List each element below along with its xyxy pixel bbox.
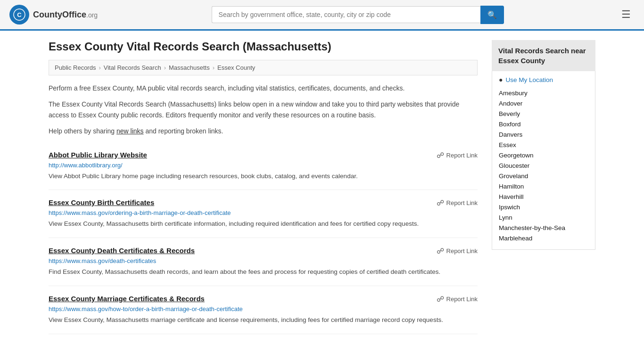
list-item: Manchester-by-the-Sea: [499, 224, 588, 231]
report-link[interactable]: ☍ Report Link: [437, 151, 478, 160]
result-desc: Find Essex County, Massachusetts death r…: [49, 267, 478, 277]
result-header: Essex County Death Certificates & Record…: [49, 247, 478, 255]
report-icon: ☍: [437, 151, 444, 160]
description-para3-suffix: and reporting broken links.: [144, 127, 223, 135]
sidebar-header: Vital Records Search near Essex County: [492, 40, 595, 71]
results-container: Abbot Public Library Website ☍ Report Li…: [49, 142, 478, 335]
use-my-location-label: Use My Location: [505, 76, 553, 83]
search-icon: 🔍: [487, 11, 497, 19]
sidebar-link[interactable]: Ipswich: [499, 204, 520, 211]
list-item: Beverly: [499, 110, 588, 117]
logo-text: CountyOffice.org: [33, 10, 98, 20]
list-item: Gloucester: [499, 162, 588, 169]
list-item: Lynn: [499, 214, 588, 221]
result-title[interactable]: Essex County Marriage Certificates & Rec…: [49, 295, 205, 303]
result-title[interactable]: Essex County Birth Certificates: [49, 198, 154, 206]
sidebar-content: ● Use My Location AmesburyAndoverBeverly…: [492, 71, 595, 250]
search-button[interactable]: 🔍: [480, 6, 504, 24]
breadcrumb: Public Records › Vital Records Search › …: [49, 60, 478, 75]
page-title: Essex County Vital Records Search (Massa…: [49, 40, 478, 53]
report-icon: ☍: [437, 198, 444, 207]
breadcrumb-massachusetts[interactable]: Massachusetts: [169, 64, 210, 71]
result-title[interactable]: Essex County Death Certificates & Record…: [49, 247, 195, 255]
sidebar-link[interactable]: Georgetown: [499, 152, 534, 159]
breadcrumb-sep-1: ›: [99, 64, 100, 71]
main-container: Essex County Vital Records Search (Massa…: [39, 31, 605, 344]
result-desc: View Essex County, Massachusetts birth c…: [49, 219, 478, 229]
use-my-location[interactable]: ● Use My Location: [499, 76, 588, 83]
result-entry: Essex County Death Certificates & Record…: [49, 238, 478, 286]
sidebar-link[interactable]: Hamilton: [499, 183, 524, 190]
result-desc: View Abbot Public Library home page incl…: [49, 172, 478, 181]
search-area: 🔍: [212, 6, 504, 24]
logo-area: C CountyOffice.org: [9, 5, 98, 25]
sidebar-link[interactable]: Danvers: [499, 131, 522, 138]
report-link[interactable]: ☍ Report Link: [437, 247, 478, 255]
breadcrumb-essex-county[interactable]: Essex County: [217, 64, 255, 71]
result-title[interactable]: Abbot Public Library Website: [49, 151, 147, 159]
result-header: Abbot Public Library Website ☍ Report Li…: [49, 151, 478, 160]
result-url[interactable]: https://www.mass.gov/how-to/order-a-birt…: [49, 305, 478, 313]
report-icon: ☍: [437, 247, 444, 255]
report-icon: ☍: [437, 295, 444, 304]
sidebar-link[interactable]: Beverly: [499, 110, 520, 117]
result-url[interactable]: https://www.mass.gov/ordering-a-birth-ma…: [49, 209, 478, 216]
result-entry: Essex County Birth Certificates ☍ Report…: [49, 190, 478, 238]
sidebar-link[interactable]: Haverhill: [499, 193, 524, 200]
result-entry: Abbot Public Library Website ☍ Report Li…: [49, 142, 478, 190]
list-item: Essex: [499, 141, 588, 148]
content-area: Essex County Vital Records Search (Massa…: [49, 40, 478, 334]
report-label: Report Link: [446, 152, 478, 159]
list-item: Haverhill: [499, 193, 588, 200]
result-entry: Essex County Marriage Certificates & Rec…: [49, 286, 478, 334]
list-item: Danvers: [499, 131, 588, 138]
list-item: Marblehead: [499, 234, 588, 242]
breadcrumb-sep-3: ›: [213, 64, 215, 71]
description-para2: The Essex County Vital Records Search (M…: [49, 99, 478, 120]
sidebar-link[interactable]: Marblehead: [499, 235, 532, 242]
search-input[interactable]: [212, 6, 480, 23]
sidebar-link[interactable]: Groveland: [499, 173, 528, 180]
pin-icon: ●: [499, 76, 503, 83]
breadcrumb-public-records[interactable]: Public Records: [55, 64, 96, 71]
result-header: Essex County Marriage Certificates & Rec…: [49, 295, 478, 304]
sidebar: Vital Records Search near Essex County ●…: [492, 40, 595, 334]
sidebar-link[interactable]: Manchester-by-the-Sea: [499, 224, 565, 231]
menu-icon[interactable]: ☰: [618, 7, 635, 23]
sidebar-link[interactable]: Boxford: [499, 121, 521, 128]
result-desc: View Essex County, Massachusetts marriag…: [49, 315, 478, 325]
sidebar-link[interactable]: Gloucester: [499, 162, 529, 169]
report-label: Report Link: [446, 296, 478, 303]
breadcrumb-sep-2: ›: [164, 64, 166, 71]
logo-icon: C: [9, 5, 29, 25]
sidebar-link[interactable]: Essex: [499, 141, 516, 148]
report-label: Report Link: [446, 199, 478, 206]
sidebar-link[interactable]: Andover: [499, 100, 522, 107]
report-link[interactable]: ☍ Report Link: [437, 295, 478, 304]
svg-text:C: C: [17, 11, 22, 18]
new-links-link[interactable]: new links: [116, 127, 144, 135]
result-header: Essex County Birth Certificates ☍ Report…: [49, 198, 478, 207]
list-item: Groveland: [499, 172, 588, 180]
description-para3: Help others by sharing new links and rep…: [49, 126, 478, 136]
result-url[interactable]: http://www.abbotlibrary.org/: [49, 162, 478, 169]
description-para3-prefix: Help others by sharing: [49, 127, 116, 135]
list-item: Amesbury: [499, 89, 588, 97]
list-item: Andover: [499, 99, 588, 107]
sidebar-links-list: AmesburyAndoverBeverlyBoxfordDanversEsse…: [499, 89, 588, 242]
list-item: Ipswich: [499, 203, 588, 211]
site-header: C CountyOffice.org 🔍 ☰: [0, 0, 644, 31]
description-para1: Perform a free Essex County, MA public v…: [49, 83, 478, 93]
report-link[interactable]: ☍ Report Link: [437, 198, 478, 207]
list-item: Hamilton: [499, 182, 588, 190]
sidebar-link[interactable]: Amesbury: [499, 90, 528, 97]
breadcrumb-vital-records[interactable]: Vital Records Search: [104, 64, 161, 71]
result-url[interactable]: https://www.mass.gov/death-certificates: [49, 257, 478, 264]
list-item: Georgetown: [499, 151, 588, 159]
list-item: Boxford: [499, 120, 588, 128]
sidebar-link[interactable]: Lynn: [499, 214, 512, 221]
report-label: Report Link: [446, 247, 478, 255]
